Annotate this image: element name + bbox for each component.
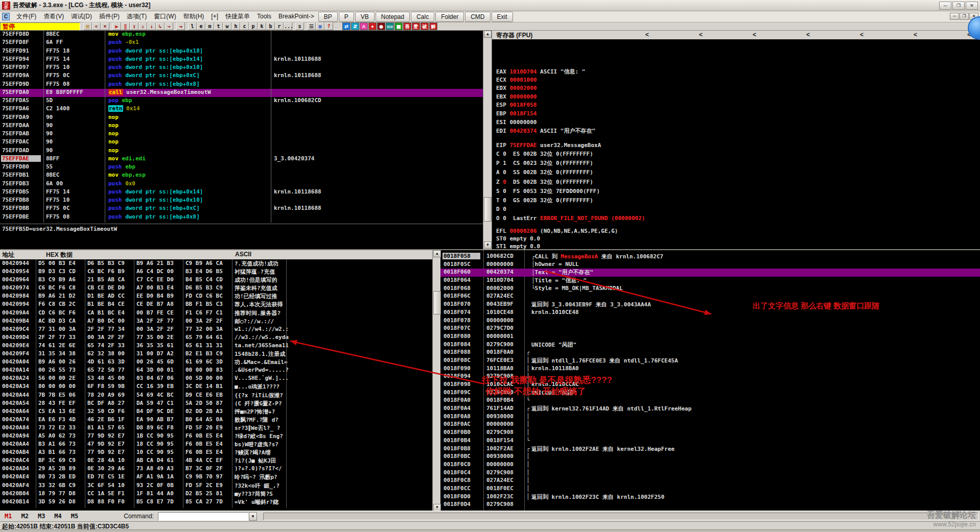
disasm-row[interactable]: 75EFFDAA90nop [0, 122, 483, 130]
fpu-row[interactable]: ST0 empty 0.0 [496, 235, 540, 242]
disasm-row[interactable]: 75EFFDAD90nop [0, 147, 483, 155]
stack-row[interactable]: 0018F0C8027A24EC│ [440, 477, 980, 485]
toolbar-button-p[interactable]: p [249, 22, 258, 30]
quick-button-p[interactable]: P [339, 12, 354, 22]
quick-button-notepad[interactable]: Notepad [376, 12, 410, 22]
stack-row[interactable]: 0018F07800000000 [440, 317, 980, 325]
toolbar-button-×[interactable]: × [101, 22, 109, 30]
quick-button-calc[interactable]: Calc [411, 12, 434, 22]
stack-row[interactable]: 0018F0A800930000│ [440, 413, 980, 421]
quick-button-bp[interactable]: BP [318, 12, 338, 22]
stack-row[interactable]: 0018F06000420374│Text = "用户不存在" [440, 269, 980, 277]
plugin-icon-解[interactable]: 解 [429, 22, 437, 30]
toolbar-button-m[interactable]: m [205, 22, 214, 30]
stack-row[interactable]: 0018F0641010D704│Title = "信息: " [440, 277, 980, 285]
hex-row[interactable]: 004209C477 31 00 3A2F 2F 77 3400 3A 2F 2… [0, 326, 432, 334]
menu-item[interactable]: 帮助(H) [180, 12, 208, 21]
disasm-row[interactable]: 75EFFDA990nop [0, 114, 483, 122]
mdi-control-❐[interactable]: ❐ [960, 13, 969, 20]
toolbar-button-▤[interactable]: ▤ [83, 22, 92, 30]
window-control-✕[interactable]: ✕ [966, 2, 978, 10]
toolbar-button-l[interactable]: l [188, 22, 197, 30]
register-row[interactable]: EDX 00002000 [496, 85, 536, 91]
hex-dump-scrollbar[interactable]: ▲ ▼ [432, 250, 440, 512]
hex-row[interactable]: 00420944D5 00 B3 E4D6 B5 B3 C9B9 A6 21 B… [0, 260, 432, 268]
menu-item[interactable]: 快捷菜单 [222, 12, 253, 21]
hex-row[interactable]: 00420A2456 00 00 2E53 48 45 0003 04 67 0… [0, 375, 432, 383]
stack-row[interactable]: 0018F06C027A24EC [440, 293, 980, 301]
toolbar-button-e[interactable]: e [197, 22, 205, 30]
flag-row[interactable]: T 0 GS 002B 32位 0(FFFFFFFF) [496, 197, 593, 204]
stack-row[interactable]: 0018F058100682CD┌CALL 到 MessageBoxA 来自 k… [440, 253, 980, 261]
stack-row[interactable]: 0018F0B81002F2AE┌返回到 krnln.1002F2AE 来自 k… [440, 445, 980, 453]
disasm-row[interactable]: 75EFFDA55Dpop ebpkrnln.100682CD [0, 97, 483, 105]
disasm-row[interactable]: 75EFFDBBFF75 0Cpush dword ptr ss:[ebp+0x… [0, 205, 483, 213]
command-input[interactable] [158, 512, 249, 521]
toolbar-button-↧[interactable]: ↧ [130, 22, 138, 30]
disasm-row[interactable]: 75EFFDAE8BFFmov edi,edi3_3.00420374 [0, 155, 483, 163]
quick-button-exit[interactable]: Exit [492, 12, 513, 22]
hex-row[interactable]: 00420AD429 A5 2B 890E 30 29 A673 A8 49 A… [0, 465, 432, 473]
plugin-icon-A[interactable]: A [360, 22, 368, 30]
disasm-row[interactable]: 75EFFD91FF75 18push dword ptr ss:[ebp+0x… [0, 47, 483, 56]
scroll-down-icon[interactable]: ▼ [433, 504, 441, 511]
plugin-icon-◉[interactable]: ◉ [377, 22, 385, 30]
disasm-row[interactable]: 75EFFDA6C2 1400retn 0x14 [0, 105, 483, 113]
stack-row[interactable]: 0018F0D40279C908 [440, 501, 980, 509]
stack-row[interactable]: 0018F0700043EB9F返回到 3_3.0043EB9F 来自 3_3.… [440, 301, 980, 309]
menu-item[interactable]: Tools [253, 12, 275, 21]
plugin-icon-▦[interactable]: ▦ [394, 22, 403, 30]
register-efl[interactable]: EFL 00000206 (NO,NB,NE,A,NS,PE,GE,G) [496, 228, 618, 234]
register-row[interactable]: ECX 00001000 [496, 77, 536, 83]
stack-row[interactable]: 0018F0C000000000│ [440, 461, 980, 469]
plugin-icon-●[interactable]: ● [368, 22, 377, 30]
hex-row[interactable]: 00420AE4B0 73 2B EDED 7E C5 1EAF A1 9A 1… [0, 473, 432, 481]
hex-row[interactable]: 004209A4CD C6 BC F6CA B1 BC E400 B7 FE C… [0, 309, 432, 318]
flag-row[interactable]: O 0 LastErr ERROR_FILE_NOT_FOUND (000000… [496, 215, 645, 222]
stack-row[interactable]: 0018F0B00279C908│ [440, 429, 980, 437]
disasm-row[interactable]: 75EFFDB055push ebp [0, 163, 483, 172]
hex-row[interactable]: 00420A8473 72 E2 3381 A1 57 65D8 89 6C F… [0, 424, 432, 432]
toolbar-button-r[interactable]: r [275, 22, 284, 30]
stack-row[interactable]: 0018F0C40279C908│ [440, 469, 980, 477]
register-eip[interactable]: EIP 75EFFDAE user32.MessageBoxA [496, 142, 601, 149]
toolbar-button-w[interactable]: w [223, 22, 231, 30]
stack-row[interactable]: 0018F0CC0018F0EC│ [440, 485, 980, 493]
register-row[interactable]: EDI 00420374 ASCII "用户不存在" [496, 127, 595, 135]
memory-tab-m4[interactable]: M4 [50, 513, 66, 520]
stack-row[interactable]: 0018F0840279C900UNICODE "呙团" [440, 341, 980, 349]
disasm-row[interactable]: 75EFFD8D8BECmov ebp,esp [0, 31, 483, 39]
disasm-row[interactable]: 75EFFD9DFF75 08push dword ptr ss:[ebp+0x… [0, 81, 483, 89]
menu-item[interactable]: 选项(T) [123, 12, 150, 21]
toolbar-button-s[interactable]: s [295, 22, 304, 30]
toolbar-button-t[interactable]: t [214, 22, 223, 30]
quick-button-vb[interactable]: VB [355, 12, 375, 22]
cpu-window-icon[interactable]: C [2, 13, 10, 20]
hex-row[interactable]: 00420AF433 32 6B C93C 6F 54 1093 2C 0F 0… [0, 482, 432, 490]
toolbar-button-▦[interactable]: ▦ [316, 22, 324, 30]
register-row[interactable]: ESI 00000000 [496, 119, 536, 126]
disasm-row[interactable]: 75EFFDA0E8 B8FDFFFFcall user32.MessageBo… [0, 89, 483, 97]
toolbar-button-⇥[interactable]: ⇥ [176, 22, 185, 30]
toolbar-button-↓[interactable]: ↓ [147, 22, 156, 30]
menu-item[interactable]: [+] [207, 12, 222, 21]
stack-row[interactable]: 0018F07C0279C7D0 [440, 325, 980, 333]
scroll-thumb[interactable] [433, 291, 441, 315]
quick-button-cmd[interactable]: CMD [465, 12, 490, 22]
stack-row[interactable]: 0018F06800002000└Style = MB_OK|MB_TASKMO… [440, 285, 980, 293]
disasm-row[interactable]: 75EFFD94FF75 14push dword ptr ss:[ebp+0x… [0, 56, 483, 64]
stack-row[interactable]: 0018F0B40018F154└ [440, 437, 980, 445]
toolbar-button-...[interactable]: ... [284, 22, 292, 30]
scroll-up-icon[interactable]: ▲ [484, 31, 492, 38]
hex-row[interactable]: 00420974C6 BC F6 C8CB CE DE D0A7 00 B3 E… [0, 284, 432, 293]
hex-row[interactable]: 004209B4AC BD D3 CAA7 B0 DC 003A 2F 2F 7… [0, 318, 432, 326]
toolbar-button-⇓[interactable]: ⇓ [138, 22, 147, 30]
register-row[interactable]: EBP 0018F154 [496, 110, 536, 117]
plugin-icon-破[interactable]: 破 [421, 22, 429, 30]
memory-tab-m1[interactable]: M1 [0, 513, 16, 520]
disasm-row[interactable]: 75EFFDAB90nop [0, 130, 483, 138]
memory-tab-m3[interactable]: M3 [33, 513, 50, 520]
hex-row[interactable]: 00420954B9 D3 C3 CDC6 BC F6 B9A6 C4 DC 0… [0, 268, 432, 276]
menu-item[interactable]: 文件(F) [13, 12, 40, 21]
menu-item[interactable]: 插件(P) [96, 12, 123, 21]
